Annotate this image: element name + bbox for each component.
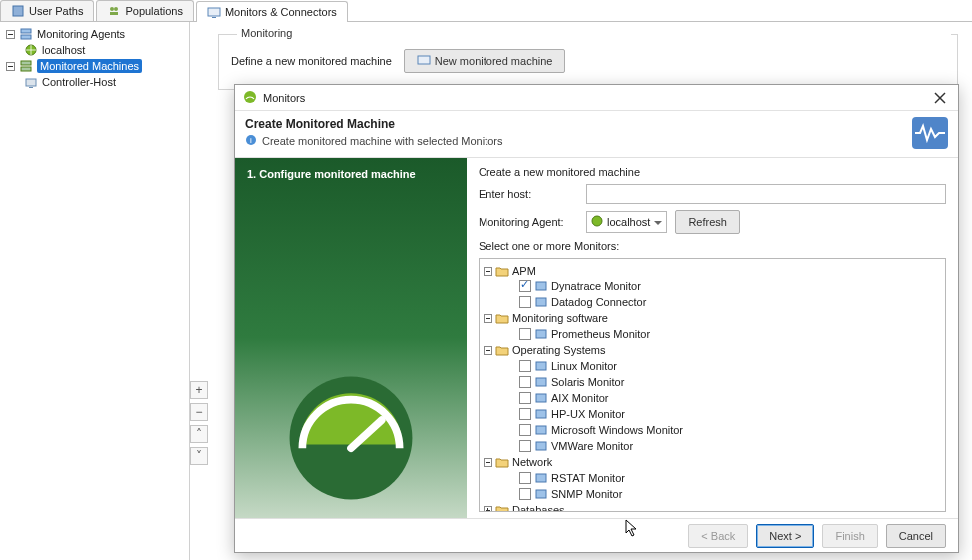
monitor-box-icon <box>534 327 548 341</box>
tree-folder-databases[interactable]: Databases <box>484 502 941 512</box>
checkbox[interactable] <box>519 472 531 484</box>
monitors-tree[interactable]: APM Dynatrace Monitor Datadog Connector … <box>479 258 946 512</box>
svg-text:i: i <box>250 136 252 145</box>
collapse-icon[interactable] <box>6 62 15 71</box>
svg-rect-37 <box>536 394 546 402</box>
checkbox[interactable] <box>519 296 531 308</box>
tree-monitor-linux[interactable]: Linux Monitor <box>484 358 941 374</box>
tree-agents-root[interactable]: Monitoring Agents <box>0 26 189 42</box>
close-button[interactable] <box>930 88 950 108</box>
monitors-tab-icon <box>207 5 221 19</box>
left-tree-panel: Monitoring Agents localhost Monitored Ma… <box>0 22 190 560</box>
collapse-icon[interactable] <box>484 267 492 276</box>
svg-point-2 <box>114 7 118 11</box>
tree-folder-os[interactable]: Operating Systems <box>484 342 941 358</box>
checkbox[interactable] <box>519 440 531 452</box>
wizard-sidebar: 1. Configure monitored machine <box>235 158 467 518</box>
monitor-box-icon <box>534 359 548 373</box>
tree-monitor-snmp[interactable]: SNMP Monitor <box>484 486 941 502</box>
dialog-titlebar: Monitors <box>235 85 958 111</box>
checkbox[interactable] <box>519 424 531 436</box>
tree-folder-monitoring-sw[interactable]: Monitoring software <box>484 310 941 326</box>
collapse-icon[interactable] <box>6 30 15 39</box>
checkbox[interactable] <box>519 376 531 388</box>
monitor-box-icon <box>534 391 548 405</box>
tree-label: Network <box>512 456 552 468</box>
tree-controller-host[interactable]: Controller-Host <box>0 74 189 90</box>
checkbox[interactable] <box>519 328 531 340</box>
tree-machines-root[interactable]: Monitored Machines <box>0 58 189 74</box>
agent-label: Monitoring Agent: <box>479 216 578 228</box>
checkbox[interactable] <box>519 280 531 292</box>
tree-label: localhost <box>42 44 85 56</box>
refresh-button[interactable]: Refresh <box>675 210 740 234</box>
tree-folder-network[interactable]: Network <box>484 454 941 470</box>
tree-label: Dynatrace Monitor <box>551 280 641 292</box>
next-button[interactable]: Next > <box>756 524 814 548</box>
tree-monitor-solaris[interactable]: Solaris Monitor <box>484 374 941 390</box>
tree-monitor-rstat[interactable]: RSTAT Monitor <box>484 470 941 486</box>
user-path-icon <box>11 4 25 18</box>
monitor-box-icon <box>534 407 548 421</box>
globe-icon <box>591 215 603 229</box>
folder-icon <box>495 503 509 512</box>
new-monitored-machine-button[interactable]: New monitored machine <box>404 49 566 73</box>
tree-monitor-prometheus[interactable]: Prometheus Monitor <box>484 326 941 342</box>
move-up-button[interactable]: ˄ <box>190 425 208 443</box>
svg-rect-17 <box>418 56 430 64</box>
tree-folder-apm[interactable]: APM <box>484 263 941 279</box>
monitor-box-icon <box>534 280 548 293</box>
checkbox[interactable] <box>519 360 531 372</box>
close-icon <box>934 92 946 104</box>
svg-rect-8 <box>21 29 31 33</box>
dialog-body: 1. Configure monitored machine Create a … <box>235 158 958 518</box>
collapse-icon[interactable] <box>484 346 492 355</box>
host-input[interactable] <box>586 184 946 204</box>
dialog-header: Create Monitored Machine i Create monito… <box>235 111 958 158</box>
create-machine-label: Create a new monitored machine <box>479 166 946 178</box>
expand-icon[interactable] <box>484 506 492 513</box>
dialog-subheading: Create monitored machine with selected M… <box>262 135 503 147</box>
wizard-step-1: 1. Configure monitored machine <box>247 168 455 180</box>
tab-label: Monitors & Connectors <box>225 6 337 18</box>
tree-label: Prometheus Monitor <box>551 328 650 340</box>
folder-icon <box>495 311 509 325</box>
collapse-icon[interactable] <box>484 314 492 323</box>
tree-label: Monitoring software <box>512 312 608 324</box>
tab-label: User Paths <box>29 5 83 17</box>
checkbox[interactable] <box>519 392 531 404</box>
host-label: Enter host: <box>479 188 578 200</box>
svg-rect-36 <box>536 378 546 386</box>
svg-rect-14 <box>21 67 31 71</box>
tree-monitor-windows[interactable]: Microsoft Windows Monitor <box>484 422 941 438</box>
tree-monitor-dynatrace[interactable]: Dynatrace Monitor <box>484 279 941 294</box>
cancel-button[interactable]: Cancel <box>886 524 946 548</box>
tree-label: Solaris Monitor <box>551 376 624 388</box>
checkbox[interactable] <box>519 408 531 420</box>
checkbox[interactable] <box>519 488 531 500</box>
tree-agent-localhost[interactable]: localhost <box>0 42 189 58</box>
folder-icon <box>495 343 509 357</box>
tab-user-paths[interactable]: User Paths <box>0 0 94 21</box>
tree-label: AIX Monitor <box>551 392 608 404</box>
remove-button[interactable]: − <box>190 403 208 421</box>
svg-rect-40 <box>536 442 546 450</box>
svg-rect-28 <box>536 282 546 290</box>
tree-monitor-vmware[interactable]: VMWare Monitor <box>484 438 941 454</box>
monitoring-agent-select[interactable]: localhost <box>586 211 667 233</box>
svg-rect-38 <box>536 410 546 418</box>
move-down-button[interactable]: ˅ <box>190 447 208 465</box>
tree-label: Monitoring Agents <box>37 28 125 40</box>
add-button[interactable]: + <box>190 381 208 399</box>
collapse-icon[interactable] <box>484 458 492 467</box>
tree-monitor-hpux[interactable]: HP-UX Monitor <box>484 406 941 422</box>
info-icon: i <box>245 134 257 148</box>
tree-label: Monitored Machines <box>37 59 142 73</box>
tree-monitor-datadog[interactable]: Datadog Connector <box>484 294 941 310</box>
monitor-box-icon <box>534 295 548 309</box>
tree-monitor-aix[interactable]: AIX Monitor <box>484 390 941 406</box>
define-machine-label: Define a new monitored machine <box>231 55 392 67</box>
monitor-box-icon <box>534 423 548 437</box>
tab-monitors-connectors[interactable]: Monitors & Connectors <box>196 1 348 22</box>
tab-populations[interactable]: Populations <box>96 0 194 21</box>
